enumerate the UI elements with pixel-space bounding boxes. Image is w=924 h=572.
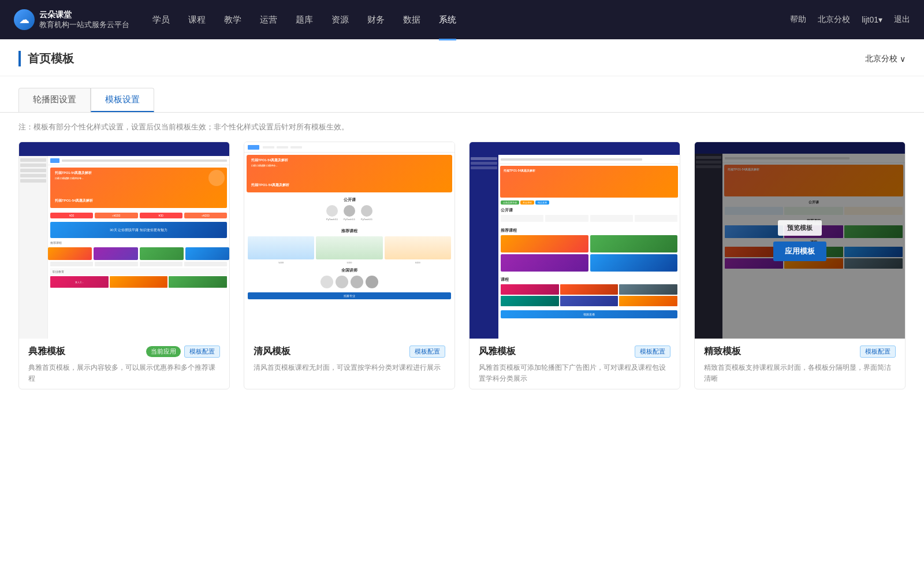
user-menu[interactable]: lijt01▾ (862, 15, 882, 24)
nav-system[interactable]: 系统 (439, 12, 456, 28)
template-name-3: 风雅模板 (479, 346, 516, 358)
template-card-2: 托福TPO1-54真题及解析 口语 口语进阶 口语冲分... 公开课 PyTor… (244, 142, 455, 389)
template-footer-3: 风雅模板 模板配置 风雅首页模板可添加轮播图下广告图片，可对课程及课程包设置学科… (470, 339, 680, 389)
template-preview-1: 托福TPO1-54真题及解析 口语 口语进阶 口语冲分专... ¥30 +¥20… (19, 142, 229, 339)
template-footer-4: 精致模板 模板配置 精致首页模板支持课程展示封面，各模板分隔明显，界面简洁清晰 (695, 339, 905, 389)
tab-template[interactable]: 模板设置 (91, 88, 154, 112)
template-preview-2: 托福TPO1-54真题及解析 口语 口语进阶 口语冲分... 公开课 PyTor… (244, 142, 454, 339)
navbar-right: 帮助 北京分校 lijt01▾ 退出 (790, 14, 910, 25)
template-name-row-2: 清风模板 模板配置 (254, 346, 445, 358)
chevron-down-icon: ∨ (900, 54, 906, 64)
templates-grid: 托福TPO1-54真题及解析 口语 口语进阶 口语冲分专... ¥30 +¥20… (0, 142, 924, 413)
nav-resources[interactable]: 资源 (331, 12, 349, 28)
template-badges-2: 模板配置 (409, 346, 445, 358)
template-desc-4: 精致首页模板支持课程展示封面，各模板分隔明显，界面简洁清晰 (704, 362, 896, 384)
apply-template-button[interactable]: 应用模板 (773, 242, 826, 261)
template-card-1: 托福TPO1-54真题及解析 口语 口语进阶 口语冲分专... ¥30 +¥20… (18, 142, 230, 389)
template-name-2: 清风模板 (254, 346, 290, 358)
config-button-1[interactable]: 模板配置 (184, 346, 220, 358)
nav-data[interactable]: 数据 (403, 12, 420, 28)
template-desc-3: 风雅首页模板可添加轮播图下广告图片，可对课程及课程包设置学科分类展示 (479, 362, 670, 384)
template-badges-3: 模板配置 (635, 346, 670, 358)
branch-link[interactable]: 北京分校 (818, 14, 850, 25)
screenshot-2: 托福TPO1-54真题及解析 口语 口语进阶 口语冲分... 公开课 PyTor… (244, 142, 454, 339)
preview-template-button[interactable]: 预览模板 (778, 220, 822, 236)
nav-items: 学员 课程 教学 运营 题库 资源 财务 数据 系统 (152, 12, 790, 28)
page-header: 首页模板 北京分校 ∨ (0, 39, 924, 76)
current-badge-1: 当前应用 (146, 346, 181, 357)
template-card-3: 托福TPO1-54真题及解析 全新品牌升级 黄金课程 精品直播 公开课 (469, 142, 680, 389)
template-card-4: 托福TPO1-54真题及解析 公开课 (694, 142, 906, 389)
nav-questions[interactable]: 题库 (296, 12, 313, 28)
page-title: 首页模板 (18, 51, 74, 66)
template-name-row-3: 风雅模板 模板配置 (479, 346, 670, 358)
screenshot-3: 托福TPO1-54真题及解析 全新品牌升级 黄金课程 精品直播 公开课 (470, 142, 680, 339)
template-preview-4: 托福TPO1-54真题及解析 公开课 (695, 142, 905, 339)
tabs: 轮播图设置 模板设置 (18, 88, 906, 112)
nav-courses[interactable]: 课程 (188, 12, 206, 28)
screenshot-1: 托福TPO1-54真题及解析 口语 口语进阶 口语冲分专... ¥30 +¥20… (19, 142, 229, 339)
template-desc-1: 典雅首页模板，展示内容较多，可以展示优惠券和多个推荐课程 (28, 362, 220, 384)
config-button-2[interactable]: 模板配置 (409, 346, 445, 358)
template-footer-1: 典雅模板 当前应用 模板配置 典雅首页模板，展示内容较多，可以展示优惠券和多个推… (19, 339, 229, 389)
template-name-4: 精致模板 (704, 346, 741, 358)
branch-selector[interactable]: 北京分校 ∨ (865, 54, 906, 64)
navbar: ☁ 云朵课堂 教育机构一站式服务云平台 学员 课程 教学 运营 题库 资源 财务… (0, 0, 924, 39)
template-name-row-4: 精致模板 模板配置 (704, 346, 896, 358)
logout-button[interactable]: 退出 (894, 14, 910, 25)
logo-text: 云朵课堂 教育机构一站式服务云平台 (39, 9, 129, 29)
template-name-row-1: 典雅模板 当前应用 模板配置 (28, 346, 220, 358)
nav-finance[interactable]: 财务 (367, 12, 385, 28)
tabs-container: 轮播图设置 模板设置 (0, 76, 924, 113)
logo-icon: ☁ (14, 9, 35, 30)
template-footer-2: 清风模板 模板配置 清风首页模板课程无封面，可设置按学科分类对课程进行展示 (244, 339, 454, 378)
note-text: 注：模板有部分个性化样式设置，设置后仅当前模板生效；非个性化样式设置后针对所有模… (18, 122, 349, 131)
template-badges-1: 当前应用 模板配置 (146, 346, 220, 358)
nav-teaching[interactable]: 教学 (224, 12, 241, 28)
template-desc-2: 清风首页模板课程无封面，可设置按学科分类对课程进行展示 (254, 362, 445, 373)
template-badges-4: 模板配置 (860, 346, 896, 358)
template-overlay-4: 预览模板 应用模板 (695, 142, 905, 339)
config-button-4[interactable]: 模板配置 (860, 346, 896, 358)
config-button-3[interactable]: 模板配置 (635, 346, 670, 358)
template-preview-3: 托福TPO1-54真题及解析 全新品牌升级 黄金课程 精品直播 公开课 (470, 142, 680, 339)
tab-carousel[interactable]: 轮播图设置 (18, 88, 91, 112)
note-bar: 注：模板有部分个性化样式设置，设置后仅当前模板生效；非个性化样式设置后针对所有模… (0, 113, 924, 142)
help-link[interactable]: 帮助 (790, 14, 806, 25)
nav-operations[interactable]: 运营 (260, 12, 277, 28)
template-name-1: 典雅模板 (28, 346, 65, 358)
page-container: 首页模板 北京分校 ∨ 轮播图设置 模板设置 注：模板有部分个性化样式设置，设置… (0, 39, 924, 572)
logo: ☁ 云朵课堂 教育机构一站式服务云平台 (14, 9, 129, 30)
nav-students[interactable]: 学员 (152, 12, 170, 28)
